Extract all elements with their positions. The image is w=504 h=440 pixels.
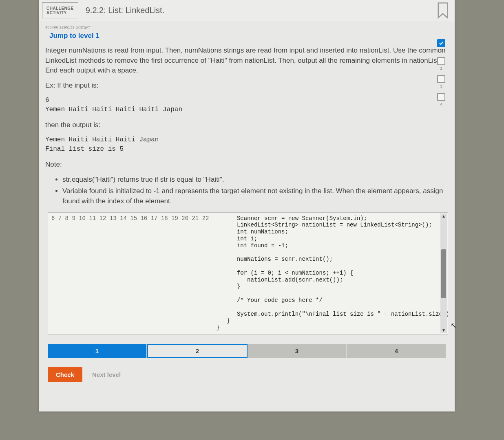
example-input: 6 Yemen Haiti Haiti Haiti Haiti Japan bbox=[45, 96, 447, 114]
badge-line2: ACTIVITY bbox=[46, 11, 74, 15]
activity-card: CHALLENGE ACTIVITY 9.2.2: List: LinkedLi… bbox=[39, 0, 455, 411]
bookmark-icon[interactable] bbox=[437, 2, 449, 19]
check-button[interactable]: Check bbox=[48, 367, 82, 382]
next-level-label: Next level bbox=[92, 371, 121, 378]
side-step-1-num: 1 bbox=[440, 48, 442, 53]
check-icon bbox=[439, 41, 444, 46]
badge-line1: CHALLENGE bbox=[46, 6, 74, 11]
scrollbar-track[interactable]: ▲ ▼ bbox=[440, 213, 447, 333]
note-item-2: Variable found is initialized to -1 and … bbox=[62, 186, 447, 206]
activity-title: 9.2.2: List: LinkedList. bbox=[78, 0, 164, 21]
step-2[interactable]: 2 bbox=[147, 344, 248, 358]
example-output: Yemen Haiti Haiti Haiti Japan Final list… bbox=[45, 135, 447, 154]
then-output-label: then the output is: bbox=[45, 120, 447, 130]
side-step-4-num: 4 bbox=[440, 102, 442, 106]
side-step-4[interactable] bbox=[437, 93, 445, 101]
step-3[interactable]: 3 bbox=[248, 344, 347, 358]
scroll-down-icon[interactable]: ▼ bbox=[440, 328, 447, 333]
side-step-3[interactable] bbox=[437, 75, 445, 83]
side-step-3-num: 3 bbox=[440, 84, 442, 88]
activity-id: 485466 2296132 qx3zqy7 bbox=[39, 21, 455, 30]
code-editor[interactable]: 6 7 8 9 10 11 12 13 14 15 16 17 18 19 20… bbox=[48, 212, 448, 334]
side-step-indicator: 1 2 3 4 bbox=[435, 39, 447, 110]
header: CHALLENGE ACTIVITY 9.2.2: List: LinkedLi… bbox=[39, 0, 455, 21]
instructions-text: Integer numNations is read from input. T… bbox=[45, 46, 447, 76]
scroll-up-icon[interactable]: ▲ bbox=[440, 213, 447, 219]
content-area: Integer numNations is read from input. T… bbox=[39, 46, 455, 207]
notes-list: str.equals("Haiti") returns true if str … bbox=[45, 175, 447, 207]
example-label: Ex: If the input is: bbox=[45, 81, 447, 91]
line-gutter: 6 7 8 9 10 11 12 13 14 15 16 17 18 19 20… bbox=[48, 213, 213, 334]
progress-bar: 1 2 3 4 bbox=[48, 344, 446, 358]
side-step-1[interactable] bbox=[437, 39, 445, 47]
challenge-badge: CHALLENGE ACTIVITY bbox=[42, 2, 78, 18]
action-row: Check Next level bbox=[39, 358, 455, 382]
jump-to-level-link[interactable]: Jump to level 1 bbox=[39, 30, 455, 46]
side-step-2[interactable] bbox=[437, 57, 445, 65]
code-area[interactable]: Scanner scnr = new Scanner(System.in); L… bbox=[213, 213, 448, 334]
scroll-thumb[interactable] bbox=[441, 249, 446, 298]
note-item-1: str.equals("Haiti") returns true if str … bbox=[62, 175, 447, 185]
note-label: Note: bbox=[45, 160, 447, 170]
step-4[interactable]: 4 bbox=[347, 344, 446, 358]
cursor-icon: ↖ bbox=[451, 321, 457, 330]
step-1[interactable]: 1 bbox=[48, 344, 147, 358]
side-step-2-num: 2 bbox=[440, 66, 442, 70]
